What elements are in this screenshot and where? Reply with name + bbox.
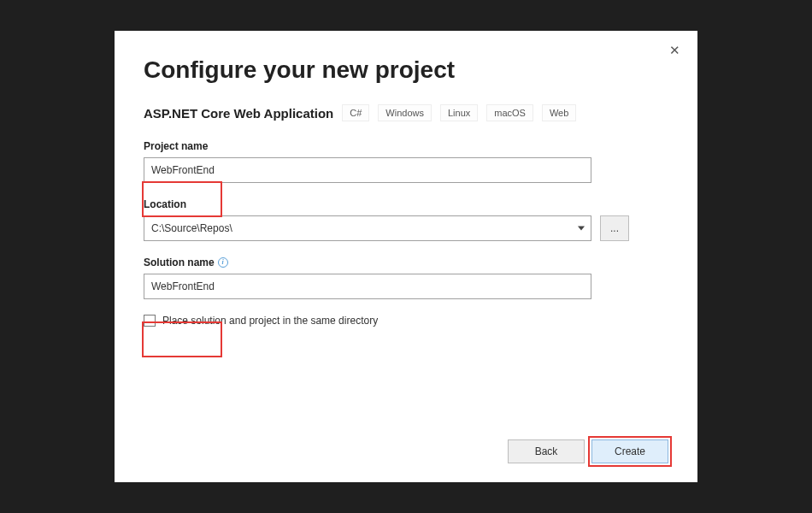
- location-label: Location: [144, 198, 668, 210]
- project-name-input[interactable]: [144, 157, 591, 183]
- page-title: Configure your new project: [144, 56, 668, 84]
- solution-name-label: Solution name i: [144, 256, 668, 268]
- tag-web: Web: [542, 104, 576, 121]
- same-directory-checkbox[interactable]: [144, 315, 156, 327]
- project-name-field: Project name: [144, 140, 668, 183]
- footer-buttons: Back Create: [508, 439, 668, 463]
- solution-name-input[interactable]: [144, 274, 591, 299]
- browse-button[interactable]: ...: [600, 215, 629, 241]
- back-button[interactable]: Back: [508, 439, 585, 463]
- location-field: Location ...: [144, 198, 668, 241]
- project-name-label: Project name: [144, 140, 668, 152]
- tag-linux: Linux: [440, 104, 478, 121]
- configure-project-dialog: ✕ Configure your new project ASP.NET Cor…: [115, 31, 697, 482]
- solution-name-field: Solution name i: [144, 256, 668, 299]
- template-name: ASP.NET Core Web Application: [144, 106, 333, 121]
- create-button[interactable]: Create: [591, 439, 668, 463]
- same-directory-row: Place solution and project in the same d…: [144, 315, 668, 327]
- solution-name-label-text: Solution name: [144, 256, 215, 268]
- template-row: ASP.NET Core Web Application C# Windows …: [144, 104, 668, 121]
- info-icon[interactable]: i: [218, 257, 228, 268]
- tag-windows: Windows: [378, 104, 432, 121]
- same-directory-label: Place solution and project in the same d…: [162, 315, 378, 327]
- location-select-wrap: [144, 215, 591, 241]
- tag-macos: macOS: [486, 104, 533, 121]
- highlight-solution-name: [142, 321, 222, 357]
- tag-csharp: C#: [342, 104, 369, 121]
- location-input[interactable]: [144, 215, 591, 241]
- close-icon[interactable]: ✕: [667, 43, 682, 58]
